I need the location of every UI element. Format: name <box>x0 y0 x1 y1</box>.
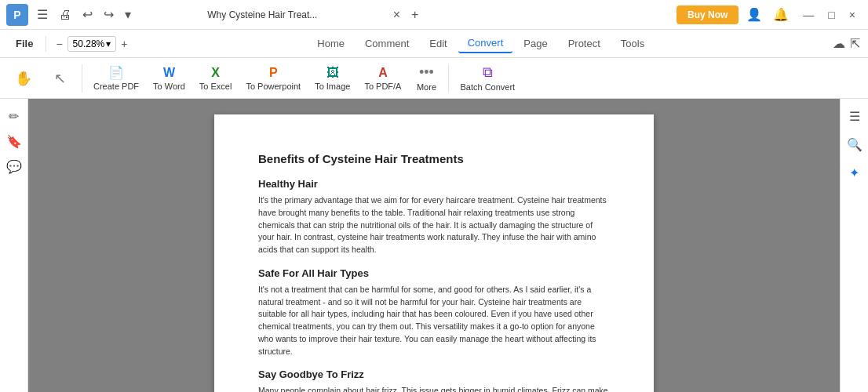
excel-icon: X <box>211 66 220 80</box>
to-pdfa-button[interactable]: A To PDF/A <box>358 63 407 94</box>
add-tab-icon[interactable]: + <box>408 5 421 25</box>
toolbar-divider-2 <box>448 64 449 93</box>
dropdown-icon[interactable]: ▾ <box>121 6 135 24</box>
section-title-2: Say Goodbye To Frizz <box>258 368 610 380</box>
titlebar-actions: ☰ 🖨 ↩ ↪ ▾ <box>33 6 135 24</box>
sidebar-edit-icon[interactable]: ✏ <box>3 105 25 127</box>
close-tab-icon[interactable]: × <box>390 5 403 25</box>
cloud-icon[interactable]: ☁ <box>833 36 845 51</box>
more-label: More <box>417 82 436 92</box>
toolbar-divider-1 <box>82 64 82 93</box>
expand-icon[interactable]: ⇱ <box>850 36 860 51</box>
right-sidebar-panel-icon[interactable]: ☰ <box>844 105 866 127</box>
window-controls: — □ × <box>797 5 862 24</box>
create-pdf-icon: 📄 <box>108 65 124 80</box>
menubar: File − 50.28% ▾ + Home Comment Edit Conv… <box>0 30 868 58</box>
to-excel-button[interactable]: X To Excel <box>193 63 239 94</box>
menu-icon[interactable]: ☰ <box>33 6 52 24</box>
redo-icon[interactable]: ↪ <box>100 6 118 24</box>
to-powerpoint-button[interactable]: P To Powerpoint <box>239 63 307 94</box>
undo-icon[interactable]: ↩ <box>78 6 97 24</box>
image-icon: 🖼 <box>326 66 339 80</box>
menu-protect[interactable]: Protect <box>559 34 610 53</box>
section-title-1: Safe For All Hair Types <box>258 267 610 279</box>
zoom-in-button[interactable]: + <box>119 36 129 52</box>
print-icon[interactable]: 🖨 <box>55 6 75 24</box>
menu-tools[interactable]: Tools <box>611 34 654 53</box>
section-text-2: Many people complain about hair frizz. T… <box>258 385 610 392</box>
document-page: Benefits of Cysteine Hair Treatments Hea… <box>214 114 654 392</box>
powerpoint-icon: P <box>269 66 278 80</box>
left-sidebar: ✏ 🔖 💬 <box>0 99 28 392</box>
zoom-value[interactable]: 50.28% ▾ <box>67 36 117 52</box>
section-text-1: It's not a treatment that can be harmful… <box>258 284 610 358</box>
divider <box>46 36 46 52</box>
titlebar: P ☰ 🖨 ↩ ↪ ▾ Why Cysteine Hair Treat... ×… <box>0 0 868 30</box>
zoom-percent: 50.28% <box>73 38 105 49</box>
select-icon: ↖ <box>54 70 66 87</box>
zoom-out-button[interactable]: − <box>54 36 64 52</box>
window-minimize-button[interactable]: — <box>797 5 820 24</box>
user-avatar-icon[interactable]: 👤 <box>743 4 765 25</box>
section-title-0: Healthy Hair <box>258 178 610 190</box>
to-image-button[interactable]: 🖼 To Image <box>308 63 356 94</box>
document-main-title: Benefits of Cysteine Hair Treatments <box>258 152 610 165</box>
more-icon: ••• <box>419 64 434 81</box>
right-sidebar-search-icon[interactable]: 🔍 <box>844 133 866 155</box>
file-menu[interactable]: File <box>8 34 41 53</box>
sidebar-comment-icon[interactable]: 💬 <box>3 155 25 177</box>
menu-comment[interactable]: Comment <box>356 34 418 53</box>
document-area[interactable]: Benefits of Cysteine Hair Treatments Hea… <box>28 99 840 392</box>
notifications-icon[interactable]: 🔔 <box>770 4 792 25</box>
main-area: ✏ 🔖 💬 Benefits of Cysteine Hair Treatmen… <box>0 99 868 392</box>
create-pdf-label: Create PDF <box>93 82 139 91</box>
to-pdfa-label: To PDF/A <box>364 82 401 91</box>
to-word-button[interactable]: W To Word <box>147 63 191 94</box>
batch-convert-button[interactable]: ⧉ Batch Convert <box>454 61 521 95</box>
right-sidebar: ☰ 🔍 ✦ <box>840 99 868 392</box>
window-maximize-button[interactable]: □ <box>822 5 841 24</box>
batch-convert-icon: ⧉ <box>483 64 493 81</box>
hand-tool-button[interactable]: ✋ <box>6 67 41 90</box>
buy-now-button[interactable]: Buy Now <box>677 5 739 24</box>
create-pdf-button[interactable]: 📄 Create PDF <box>87 62 145 94</box>
menu-convert[interactable]: Convert <box>458 34 513 53</box>
to-word-label: To Word <box>153 82 185 91</box>
menu-page[interactable]: Page <box>514 34 556 53</box>
sidebar-bookmark-icon[interactable]: 🔖 <box>3 130 25 152</box>
more-button[interactable]: ••• More <box>409 61 443 95</box>
select-tool-button[interactable]: ↖ <box>42 67 77 90</box>
app-logo: P <box>6 4 28 26</box>
window-close-button[interactable]: × <box>843 5 862 24</box>
section-text-0: It's the primary advantage that we aim f… <box>258 194 610 256</box>
zoom-area: − 50.28% ▾ + <box>54 36 129 52</box>
word-icon: W <box>163 66 175 80</box>
to-excel-label: To Excel <box>199 82 232 91</box>
hand-icon: ✋ <box>15 70 32 87</box>
batch-convert-label: Batch Convert <box>460 82 515 92</box>
menu-edit[interactable]: Edit <box>420 34 456 53</box>
toolbar: ✋ ↖ 📄 Create PDF W To Word X To Excel P … <box>0 58 868 99</box>
right-sidebar-ai-icon[interactable]: ✦ <box>844 162 866 183</box>
document-title: Why Cysteine Hair Treat... <box>140 9 385 20</box>
menu-right: ☁ ⇱ <box>833 36 860 51</box>
to-image-label: To Image <box>315 82 350 91</box>
zoom-dropdown-icon: ▾ <box>106 38 111 49</box>
menu-nav: Home Comment Edit Convert Page Protect T… <box>130 34 831 53</box>
pdfa-icon: A <box>378 66 388 80</box>
to-powerpoint-label: To Powerpoint <box>246 82 301 91</box>
menu-home[interactable]: Home <box>308 34 354 53</box>
titlebar-right: Buy Now 👤 🔔 — □ × <box>677 4 862 25</box>
